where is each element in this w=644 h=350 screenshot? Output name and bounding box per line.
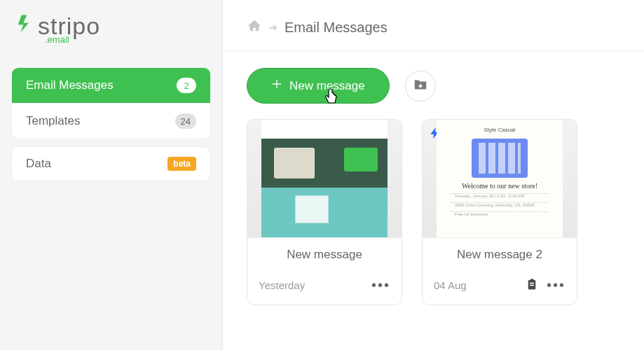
sidebar-item-email-messages[interactable]: Email Messages 2 (12, 68, 210, 103)
card-title: New message 2 (423, 237, 577, 267)
card-date: 04 Aug (434, 279, 467, 291)
toolbar: New message (247, 68, 620, 104)
clipboard-icon[interactable] (526, 277, 538, 293)
card-title: New message (247, 237, 402, 267)
new-message-button[interactable]: New message (247, 68, 390, 104)
card-footer: 04 Aug ••• (423, 267, 577, 304)
breadcrumb-current: Email Messages (285, 20, 388, 36)
sidebar-item-data[interactable]: Data beta (12, 147, 210, 181)
message-card[interactable]: New message Yesterday ••• (247, 119, 402, 305)
count-badge: 2 (177, 78, 196, 93)
folder-plus-icon (413, 77, 428, 94)
plus-icon (271, 78, 282, 93)
preview-brand: Style Casual (444, 127, 556, 133)
nav-group-data: Data beta (11, 146, 211, 181)
count-badge: 24 (175, 113, 196, 129)
new-folder-button[interactable] (405, 71, 436, 102)
card-thumbnail: Style Casual Welcome to our new store! T… (423, 120, 577, 237)
sidebar-item-label: Data (26, 157, 51, 171)
card-date: Yesterday (259, 279, 305, 291)
sidebar: stripo .email Email Messages 2 Templates… (0, 0, 223, 350)
message-cards: New message Yesterday ••• St (247, 119, 620, 305)
breadcrumb: ➔ Email Messages (223, 0, 644, 51)
home-icon[interactable] (247, 18, 262, 36)
svg-rect-1 (530, 279, 534, 281)
message-card[interactable]: Style Casual Welcome to our new store! T… (422, 119, 577, 305)
svg-rect-3 (530, 285, 534, 286)
beta-badge: beta (167, 157, 196, 171)
logo-mark-icon (15, 13, 36, 40)
preview-script: Welcome to our new store! (444, 182, 556, 190)
more-icon[interactable]: ••• (547, 277, 566, 293)
card-thumbnail (247, 120, 402, 237)
card-footer: Yesterday ••• (247, 267, 402, 304)
chevron-right-icon: ➔ (269, 22, 278, 33)
more-icon[interactable]: ••• (371, 277, 390, 293)
svg-rect-2 (530, 283, 534, 284)
sidebar-item-label: Templates (26, 114, 80, 128)
sidebar-item-label: Email Messages (26, 78, 114, 92)
nav-group-main: Email Messages 2 Templates 24 (11, 67, 211, 139)
sidebar-item-templates[interactable]: Templates 24 (12, 103, 210, 139)
logo[interactable]: stripo .email (0, 13, 222, 60)
new-message-label: New message (289, 79, 365, 93)
main-content: ➔ Email Messages New message (223, 0, 644, 350)
logo-suffix: .email (45, 34, 207, 45)
